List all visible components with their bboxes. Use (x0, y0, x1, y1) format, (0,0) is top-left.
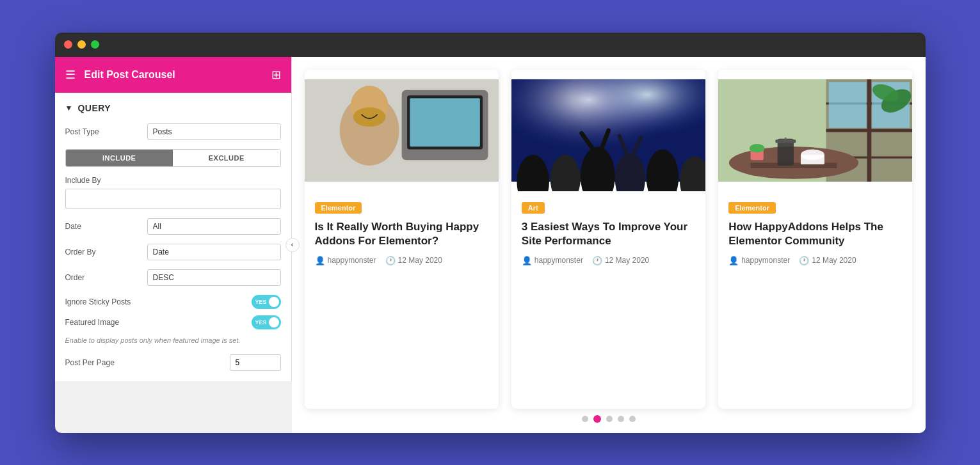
card-1-date: 🕐 12 May 2020 (385, 256, 442, 265)
svg-point-7 (353, 107, 385, 126)
svg-rect-37 (801, 154, 824, 164)
author-icon-2: 👤 (522, 256, 532, 265)
card-2-meta: 👤 happymonster 🕐 12 May 2020 (522, 256, 695, 265)
ignore-sticky-row: Ignore Sticky Posts YES (65, 295, 281, 309)
sidebar-title: Edit Post Carousel (84, 69, 262, 81)
card-2-svg (511, 70, 705, 191)
card-3-author-name: happymonster (741, 256, 790, 265)
sidebar-content: ▼ Query Post Type Posts INCLUDE EXCLUDE (55, 93, 291, 381)
card-1-meta: 👤 happymonster 🕐 12 May 2020 (315, 256, 488, 265)
toggle-yes-label: YES (255, 299, 267, 305)
sidebar-wrapper: ☰ Edit Post Carousel ⊞ ▼ Query Post Type (55, 57, 292, 433)
post-type-row: Post Type Posts (65, 123, 281, 140)
svg-point-39 (750, 144, 765, 152)
app-layout: ☰ Edit Post Carousel ⊞ ▼ Query Post Type (55, 57, 926, 433)
include-by-section: Include By (65, 176, 281, 218)
card-2-author-name: happymonster (534, 256, 583, 265)
card-3-image (718, 70, 912, 191)
include-exclude-group: INCLUDE EXCLUDE (65, 149, 281, 167)
featured-image-row: Featured Image YES (65, 315, 281, 329)
sidebar: ☰ Edit Post Carousel ⊞ ▼ Query Post Type (55, 57, 292, 381)
sidebar-collapse-handle[interactable]: ‹ (285, 238, 300, 252)
order-row: Order DESC (65, 269, 281, 286)
minimize-dot[interactable] (77, 40, 86, 49)
card-3-date: 🕐 12 May 2020 (799, 256, 856, 265)
featured-image-label: Featured Image (65, 318, 246, 327)
card-2-category: Art (522, 202, 545, 214)
order-select[interactable]: DESC (147, 269, 281, 286)
browser-titlebar (55, 33, 926, 57)
card-2-author: 👤 happymonster (522, 256, 583, 265)
date-row: Date All (65, 218, 281, 235)
ignore-sticky-toggle[interactable]: YES (252, 295, 281, 309)
card-1-author-name: happymonster (328, 256, 376, 265)
exclude-button[interactable]: EXCLUDE (173, 150, 280, 166)
carousel-dot-4[interactable] (618, 416, 624, 422)
svg-rect-4 (410, 98, 480, 146)
card-3-svg (718, 70, 912, 191)
card-3-date-value: 12 May 2020 (812, 256, 856, 265)
card-2: Art 3 Easiest Ways To Improve Your Site … (511, 70, 705, 409)
clock-icon-3: 🕐 (799, 256, 809, 265)
card-1-image (305, 70, 499, 191)
grid-icon[interactable]: ⊞ (271, 68, 281, 82)
post-per-page-input[interactable] (230, 354, 281, 371)
carousel-dot-5[interactable] (629, 416, 636, 422)
card-2-date: 🕐 12 May 2020 (592, 256, 649, 265)
featured-hint-text: Enable to display posts only when featur… (65, 336, 281, 345)
post-type-select[interactable]: Posts (147, 123, 281, 140)
card-3-category: Elementor (728, 202, 776, 214)
carousel-dot-2[interactable] (593, 415, 601, 423)
order-by-label: Order By (65, 248, 142, 256)
clock-icon-2: 🕐 (592, 256, 602, 265)
card-3-meta: 👤 happymonster 🕐 12 May 2020 (728, 256, 902, 265)
include-by-input[interactable] (65, 189, 281, 209)
sidebar-header: ☰ Edit Post Carousel ⊞ (55, 57, 291, 93)
post-type-label: Post Type (65, 127, 142, 136)
query-section-header[interactable]: ▼ Query (65, 103, 281, 113)
post-per-page-row: Post Per Page (65, 354, 281, 371)
author-icon: 👤 (315, 256, 325, 265)
cards-row: Elementor Is It Really Worth Buying Happ… (305, 70, 913, 409)
section-arrow-icon: ▼ (65, 104, 73, 113)
close-dot[interactable] (64, 40, 72, 49)
order-by-row: Order By Date (65, 244, 281, 260)
maximize-dot[interactable] (91, 40, 99, 49)
card-3-title: How HappyAddons Helps The Elementor Comm… (728, 220, 902, 248)
card-2-body: Art 3 Easiest Ways To Improve Your Site … (511, 191, 705, 409)
featured-toggle-yes-label: YES (255, 319, 267, 326)
card-3-author: 👤 happymonster (728, 256, 790, 265)
card-2-image (511, 70, 705, 191)
order-by-select[interactable]: Date (147, 244, 281, 260)
include-button[interactable]: INCLUDE (66, 150, 173, 166)
card-3: Elementor How HappyAddons Helps The Elem… (718, 70, 912, 409)
card-1-body: Elementor Is It Really Worth Buying Happ… (305, 191, 499, 409)
svg-rect-34 (775, 139, 796, 143)
section-title: Query (77, 103, 111, 113)
hamburger-icon[interactable]: ☰ (65, 68, 76, 82)
card-1-date-value: 12 May 2020 (398, 256, 442, 265)
featured-image-toggle[interactable]: YES (252, 315, 281, 329)
svg-rect-27 (829, 82, 867, 128)
carousel-dot-1[interactable] (582, 416, 588, 422)
date-label: Date (65, 222, 142, 231)
author-icon-3: 👤 (728, 256, 739, 265)
browser-window: ☰ Edit Post Carousel ⊞ ▼ Query Post Type (55, 33, 926, 433)
include-by-label: Include By (65, 176, 281, 185)
card-2-date-value: 12 May 2020 (605, 256, 649, 265)
order-label: Order (65, 273, 142, 282)
clock-icon: 🕐 (385, 256, 396, 265)
post-per-page-label: Post Per Page (65, 358, 225, 367)
main-content: Elementor Is It Really Worth Buying Happ… (292, 57, 926, 433)
carousel-dot-3[interactable] (606, 416, 613, 422)
card-1: Elementor Is It Really Worth Buying Happ… (305, 70, 499, 409)
card-3-body: Elementor How HappyAddons Helps The Elem… (718, 191, 912, 409)
card-1-title: Is It Really Worth Buying Happy Addons F… (315, 220, 488, 248)
ignore-sticky-label: Ignore Sticky Posts (65, 297, 246, 306)
card-1-svg (305, 70, 499, 191)
carousel-dots (305, 409, 913, 423)
card-2-title: 3 Easiest Ways To Improve Your Site Perf… (522, 220, 695, 248)
card-1-author: 👤 happymonster (315, 256, 376, 265)
card-1-category: Elementor (315, 202, 362, 214)
date-select[interactable]: All (147, 218, 281, 235)
